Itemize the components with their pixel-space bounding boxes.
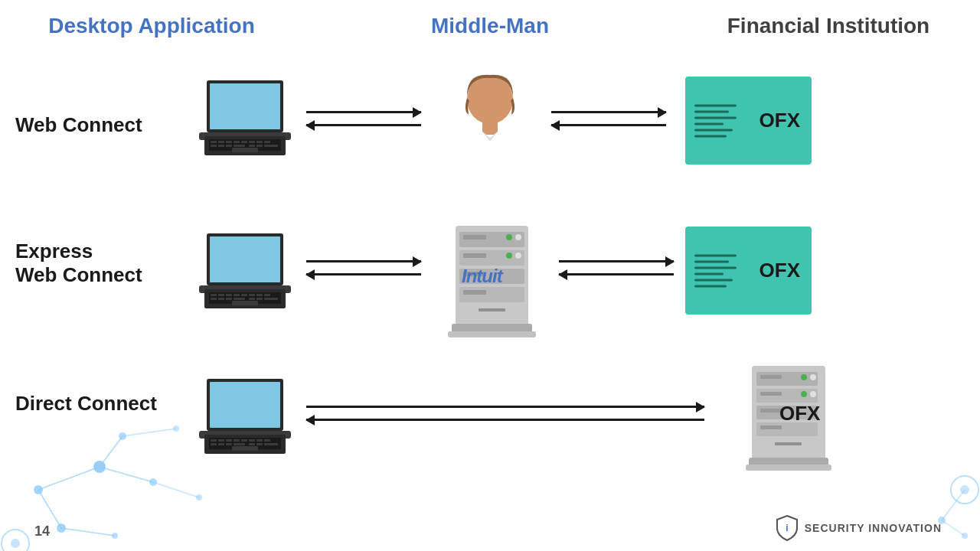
svg-rect-87 <box>760 392 782 396</box>
svg-rect-76 <box>234 443 245 445</box>
svg-rect-39 <box>234 298 245 300</box>
svg-rect-30 <box>226 294 232 296</box>
svg-rect-24 <box>210 236 280 282</box>
svg-rect-37 <box>218 298 224 300</box>
svg-point-91 <box>810 374 816 380</box>
svg-rect-8 <box>234 141 240 143</box>
laptop-express <box>195 230 295 317</box>
svg-point-93 <box>810 391 816 397</box>
svg-rect-69 <box>241 439 247 442</box>
svg-rect-22 <box>482 121 498 135</box>
page-number: 14 <box>34 523 50 540</box>
svg-point-108 <box>57 523 66 533</box>
laptop-webconnect <box>195 77 295 164</box>
svg-line-98 <box>100 467 153 482</box>
svg-rect-16 <box>234 145 245 147</box>
svg-rect-9 <box>241 141 247 143</box>
svg-rect-5 <box>211 141 217 143</box>
ofx-label-2: OFX <box>760 259 800 282</box>
svg-line-118 <box>942 490 965 520</box>
ofx-label-1: OFX <box>760 109 800 132</box>
ofx-box-express: OFX <box>685 227 812 315</box>
svg-rect-33 <box>249 294 255 296</box>
person-webconnect <box>444 69 536 179</box>
svg-line-101 <box>61 528 115 536</box>
svg-rect-77 <box>249 443 255 445</box>
svg-rect-32 <box>241 294 247 296</box>
svg-point-110 <box>196 494 202 500</box>
svg-point-21 <box>467 75 513 124</box>
column-headers: Desktop Application Middle-Man Financial… <box>0 14 980 38</box>
header-middleman: Middle-Man <box>406 14 574 38</box>
svg-rect-35 <box>264 294 270 296</box>
ofx-label-3: OFX <box>779 402 820 425</box>
svg-rect-6 <box>218 141 224 143</box>
svg-rect-58 <box>448 331 536 337</box>
header-desktop: Desktop Application <box>44 14 259 38</box>
arrows-webconnect-left <box>306 111 421 126</box>
svg-rect-1 <box>210 83 280 129</box>
svg-line-97 <box>38 467 100 490</box>
svg-point-106 <box>149 478 157 486</box>
slide: Desktop Application Middle-Man Financial… <box>0 0 980 551</box>
svg-rect-28 <box>211 294 217 296</box>
svg-point-92 <box>801 391 807 397</box>
svg-rect-59 <box>479 308 505 311</box>
svg-rect-7 <box>226 141 232 143</box>
svg-rect-79 <box>264 443 278 445</box>
security-logo: i SECURITY INNOVATION <box>776 514 942 542</box>
svg-rect-20 <box>232 148 258 152</box>
svg-point-107 <box>119 432 126 440</box>
svg-rect-70 <box>249 439 255 442</box>
svg-rect-52 <box>463 290 486 295</box>
svg-point-55 <box>506 253 512 259</box>
svg-rect-41 <box>256 298 263 300</box>
svg-rect-10 <box>249 141 255 143</box>
ofx-box-webconnect: OFX <box>685 77 812 165</box>
svg-rect-86 <box>760 375 782 379</box>
svg-rect-78 <box>256 443 263 445</box>
label-express-web-connect: Express Web Connect <box>15 240 142 287</box>
svg-point-56 <box>515 253 521 259</box>
svg-point-109 <box>112 533 118 539</box>
svg-rect-31 <box>234 294 240 296</box>
svg-point-54 <box>515 234 521 240</box>
svg-rect-43 <box>232 301 258 305</box>
svg-rect-34 <box>256 294 263 296</box>
svg-point-104 <box>34 485 43 494</box>
security-logo-text: SECURITY INNOVATION <box>805 522 942 534</box>
svg-rect-38 <box>226 298 232 300</box>
arrows-direct-connect <box>306 406 704 421</box>
svg-point-111 <box>173 425 179 432</box>
svg-point-113 <box>11 539 20 548</box>
server-ofx-direct: OFX <box>735 360 842 481</box>
svg-rect-12 <box>264 141 270 143</box>
svg-rect-88 <box>760 409 782 412</box>
svg-line-103 <box>122 429 176 436</box>
svg-rect-40 <box>249 298 255 300</box>
svg-rect-96 <box>775 442 802 445</box>
svg-rect-49 <box>463 235 486 240</box>
svg-rect-11 <box>256 141 263 143</box>
svg-rect-18 <box>256 145 263 147</box>
security-logo-icon: i <box>776 514 799 542</box>
svg-rect-15 <box>226 145 232 147</box>
svg-rect-29 <box>218 294 224 296</box>
svg-rect-19 <box>264 145 278 147</box>
svg-rect-71 <box>256 439 263 442</box>
svg-rect-13 <box>211 145 217 147</box>
svg-point-90 <box>801 374 807 380</box>
svg-rect-36 <box>211 298 217 300</box>
header-financial: Financial Institution <box>721 14 936 38</box>
svg-rect-14 <box>218 145 224 147</box>
label-web-connect: Web Connect <box>15 113 142 137</box>
svg-line-119 <box>942 520 965 536</box>
svg-rect-89 <box>760 425 782 429</box>
svg-text:i: i <box>786 523 788 533</box>
svg-line-100 <box>38 490 61 528</box>
svg-rect-95 <box>746 465 831 471</box>
intuit-label: Intuit <box>462 266 502 287</box>
svg-rect-17 <box>249 145 255 147</box>
svg-point-105 <box>93 461 106 473</box>
server-intuit: Intuit <box>433 218 551 347</box>
